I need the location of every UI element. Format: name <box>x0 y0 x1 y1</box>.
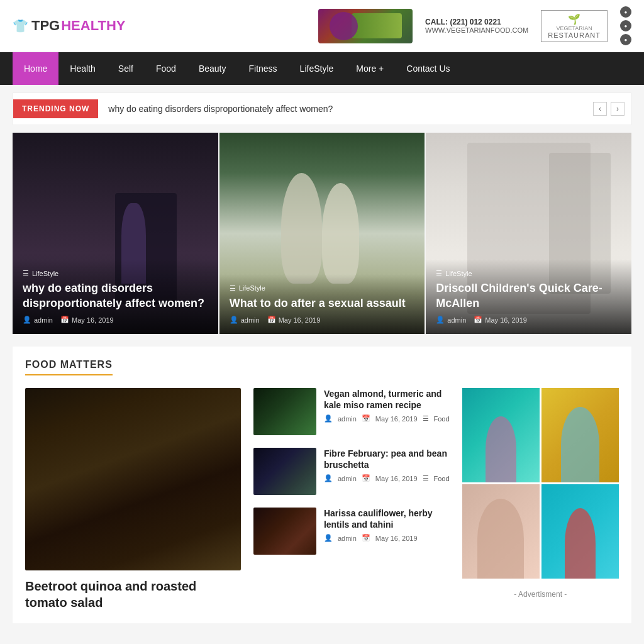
hero-card-2[interactable]: ☰ LifeStyle What to do after a sexual as… <box>219 133 425 334</box>
social-icons: ● ● ● <box>620 6 631 45</box>
hero-card-2-meta: 👤 admin 📅 May 16, 2019 <box>230 316 415 324</box>
nav-link-fitness[interactable]: Fitness <box>237 52 288 85</box>
fashion-img-4 <box>541 484 619 579</box>
hero-card-3-meta: 👤 admin 📅 May 16, 2019 <box>436 316 621 324</box>
nav-item-beauty[interactable]: Beauty <box>187 52 238 85</box>
food-main-title: Beetroot quinoa and roasted tomato salad <box>25 578 241 611</box>
nav-item-fitness[interactable]: Fitness <box>237 52 288 85</box>
date-icon-2: 📅 <box>267 316 276 324</box>
site-logo[interactable]: 👕 TPG HEALTHY <box>13 18 126 34</box>
hero-card-3-title: Driscoll Children's Quick Care-McAllen <box>436 281 621 311</box>
food-content-grid: Beetroot quinoa and roasted tomato salad… <box>25 388 619 611</box>
article-2-date: May 16, 2019 <box>375 475 418 482</box>
article-1-date: May 16, 2019 <box>375 415 418 423</box>
nav-item-lifestyle[interactable]: LifeStyle <box>289 52 345 85</box>
nav-item-more[interactable]: More + <box>345 52 395 85</box>
restaurant-label: RESTAURANT <box>548 31 601 39</box>
food-article-2-image <box>253 448 316 495</box>
article-1-date-icon: 📅 <box>362 414 370 423</box>
food-article-3[interactable]: Harissa cauliflower, herby lentils and t… <box>253 508 450 555</box>
nav-link-home[interactable]: Home <box>13 52 58 85</box>
site-header: 👕 TPG HEALTHY CALL: (221) 012 0221 WWW.V… <box>0 0 644 52</box>
trending-label: TRENDING NOW <box>13 99 98 118</box>
nav-item-self[interactable]: Self <box>107 52 145 85</box>
hero-card-1-author: 👤 admin <box>23 316 53 324</box>
article-2-author-icon: 👤 <box>324 474 333 482</box>
food-article-1[interactable]: Vegan almond, turmeric and kale miso ram… <box>253 388 450 435</box>
food-article-1-image <box>253 388 316 435</box>
hero-card-2-title: What to do after a sexual assault <box>230 296 415 311</box>
hero-card-1[interactable]: ☰ LifeStyle why do eating disorders disp… <box>13 133 218 334</box>
nav-link-contact[interactable]: Contact Us <box>395 52 461 85</box>
restaurant-badge: 🌱 VEGETARIAN RESTAURANT <box>541 10 608 42</box>
food-article-2[interactable]: Fibre February: pea and bean bruschetta … <box>253 448 450 495</box>
nav-item-health[interactable]: Health <box>58 52 106 85</box>
category-icon-3: ☰ <box>436 269 442 277</box>
trending-next-arrow[interactable]: › <box>611 102 625 116</box>
food-article-3-meta: 👤 admin 📅 May 16, 2019 <box>324 534 450 542</box>
call-number: CALL: (221) 012 0221 <box>425 18 528 26</box>
hero-card-1-meta: 👤 admin 📅 May 16, 2019 <box>23 316 208 324</box>
category-icon: ☰ <box>23 269 29 277</box>
nav-item-food[interactable]: Food <box>145 52 187 85</box>
hero-card-1-date: 📅 May 16, 2019 <box>60 316 114 324</box>
author-icon: 👤 <box>23 316 31 324</box>
nav-item-home[interactable]: Home <box>13 52 58 85</box>
hero-card-1-category: ☰ LifeStyle <box>23 269 208 277</box>
food-section-title: FOOD MATTERS <box>25 359 113 375</box>
nav-link-more[interactable]: More + <box>345 52 395 85</box>
ad-label: - Advertisment - <box>462 585 619 604</box>
social-icon-1[interactable]: ● <box>620 6 631 18</box>
social-icon-2[interactable]: ● <box>620 20 631 31</box>
sidebar-fashion: - Advertisment - <box>462 388 619 611</box>
hero-card-2-category: ☰ LifeStyle <box>230 284 415 292</box>
trending-prev-arrow[interactable]: ‹ <box>593 102 607 116</box>
author-icon-2: 👤 <box>230 316 238 324</box>
social-icon-3[interactable]: ● <box>620 34 631 45</box>
logo-tpg: TPG <box>31 18 60 34</box>
hero-card-1-overlay: ☰ LifeStyle why do eating disorders disp… <box>13 259 218 334</box>
article-1-author: admin <box>338 415 357 423</box>
fashion-grid <box>462 388 619 579</box>
trending-bar: TRENDING NOW why do eating disorders dis… <box>13 92 631 125</box>
veg-icon: 🌱 <box>548 13 601 25</box>
call-website: WWW.VEGETARIANFOOD.COM <box>425 26 528 34</box>
nav-link-health[interactable]: Health <box>58 52 106 85</box>
hero-card-1-title: why do eating disorders disproportionate… <box>23 281 208 311</box>
article-2-author: admin <box>338 475 357 482</box>
fashion-img-2 <box>541 388 619 482</box>
nav-link-lifestyle[interactable]: LifeStyle <box>289 52 345 85</box>
article-3-date: May 16, 2019 <box>375 535 418 542</box>
food-article-1-content: Vegan almond, turmeric and kale miso ram… <box>324 388 450 435</box>
hero-card-3-overlay: ☰ LifeStyle Driscoll Children's Quick Ca… <box>426 259 631 334</box>
food-main-article[interactable]: Beetroot quinoa and roasted tomato salad <box>25 388 241 611</box>
food-articles-list: Vegan almond, turmeric and kale miso ram… <box>253 388 450 611</box>
food-article-2-content: Fibre February: pea and bean bruschetta … <box>324 448 450 495</box>
hero-card-2-date: 📅 May 16, 2019 <box>267 316 321 324</box>
article-1-category: Food <box>434 415 450 423</box>
fashion-img-3 <box>462 484 540 579</box>
logo-healthy: HEALTHY <box>61 18 125 34</box>
hero-grid: ☰ LifeStyle why do eating disorders disp… <box>13 133 631 334</box>
nav-link-self[interactable]: Self <box>107 52 145 85</box>
hero-card-2-author: 👤 admin <box>230 316 260 324</box>
article-2-category: Food <box>434 475 450 482</box>
nav-link-food[interactable]: Food <box>145 52 187 85</box>
hero-card-3[interactable]: ☰ LifeStyle Driscoll Children's Quick Ca… <box>426 133 631 334</box>
food-article-1-meta: 👤 admin 📅 May 16, 2019 ☰ Food <box>324 414 450 423</box>
vegetarian-label: VEGETARIAN <box>548 25 601 31</box>
nav-link-beauty[interactable]: Beauty <box>187 52 238 85</box>
hero-card-3-date: 📅 May 16, 2019 <box>474 316 527 324</box>
food-section: FOOD MATTERS Beetroot quinoa and roasted… <box>13 347 631 623</box>
food-main-image <box>25 388 241 570</box>
call-info: CALL: (221) 012 0221 WWW.VEGETARIANFOOD.… <box>425 18 528 34</box>
fashion-img-1 <box>462 388 540 482</box>
food-article-2-meta: 👤 admin 📅 May 16, 2019 ☰ Food <box>324 474 450 482</box>
header-food-image <box>318 9 413 43</box>
nav-item-contact[interactable]: Contact Us <box>395 52 461 85</box>
date-icon: 📅 <box>60 316 69 324</box>
food-article-2-title: Fibre February: pea and bean bruschetta <box>324 448 450 470</box>
article-3-date-icon: 📅 <box>362 534 370 542</box>
header-right: CALL: (221) 012 0221 WWW.VEGETARIANFOOD.… <box>318 6 631 45</box>
food-article-3-image <box>253 508 316 555</box>
